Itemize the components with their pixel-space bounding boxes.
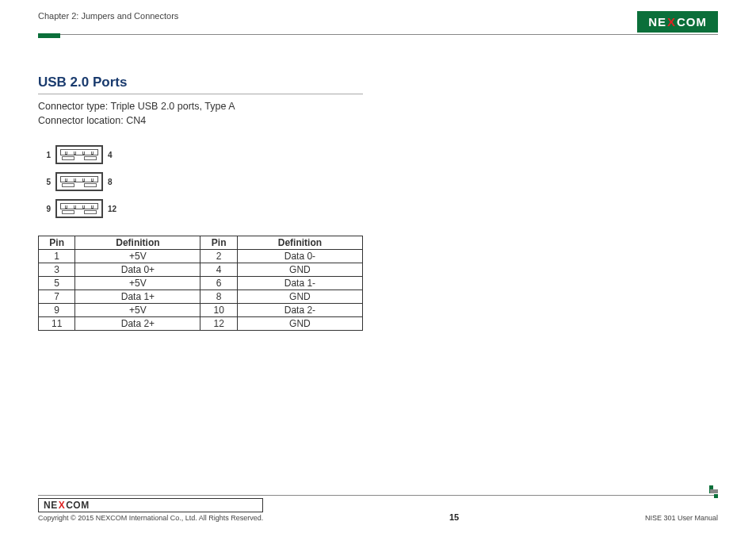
pin-label-5: 5 [38,178,51,186]
brand-logo-header: NE X COM [637,11,718,33]
usb-port-icon [55,145,103,164]
footer-mark-icon [714,494,718,498]
section-title: USB 2.0 Ports [38,75,363,94]
cell-def: GND [237,317,362,331]
cell-pin: 11 [39,317,75,331]
pin-label-8: 8 [108,178,120,186]
cell-pin: 4 [200,263,237,277]
pin-definition-table: Pin Definition Pin Definition 1 +5V 2 Da… [38,236,363,331]
th-definition: Definition [75,236,200,250]
cell-pin: 9 [39,304,75,317]
brand-logo-footer: NE X COM [38,498,263,512]
header-rule [38,34,718,35]
cell-pin: 5 [39,277,75,290]
cell-def: +5V [75,277,200,290]
usb-port-icon [55,199,103,218]
copyright-text: Copyright © 2015 NEXCOM International Co… [38,514,263,522]
chapter-label: Chapter 2: Jumpers and Connectors [38,11,178,24]
pin-label-12: 12 [108,205,120,213]
cell-pin: 3 [39,263,75,277]
brand-x-icon: X [58,500,67,511]
cell-pin: 6 [200,277,237,290]
page-number: 15 [449,512,459,522]
th-definition: Definition [237,236,362,250]
table-row: 1 +5V 2 Data 0- [39,250,363,263]
footer-rule [38,495,718,496]
cell-pin: 2 [200,250,237,263]
usb-port-icon [55,172,103,191]
cell-def: Data 1+ [75,290,200,304]
brand-post: COM [66,500,90,511]
connector-diagram: 1 4 5 8 9 12 [38,145,120,218]
cell-pin: 7 [39,290,75,304]
cell-pin: 12 [200,317,237,331]
cell-def: GND [237,263,362,277]
brand-pre: NE [44,500,58,511]
table-row: 9 +5V 10 Data 2- [39,304,363,317]
cell-def: Data 2+ [75,317,200,331]
cell-pin: 1 [39,250,75,263]
table-row: 3 Data 0+ 4 GND [39,263,363,277]
pin-label-4: 4 [108,151,120,159]
cell-def: GND [237,290,362,304]
brand-x-icon: X [666,15,677,29]
cell-def: Data 0+ [75,263,200,277]
connector-location-text: Connector location: CN4 [38,113,718,128]
table-row: 7 Data 1+ 8 GND [39,290,363,304]
connector-type-text: Connector type: Triple USB 2.0 ports, Ty… [38,99,718,113]
th-pin: Pin [39,236,75,250]
table-row: 5 +5V 6 Data 1- [39,277,363,290]
cell-def: Data 1- [237,277,362,290]
footer-mark-icon [710,489,718,493]
th-pin: Pin [200,236,237,250]
brand-pre: NE [648,15,666,29]
brand-post: COM [677,15,707,29]
table-row: 11 Data 2+ 12 GND [39,317,363,331]
document-title: NISE 301 User Manual [645,514,718,522]
pin-label-1: 1 [38,151,51,159]
cell-pin: 10 [200,304,237,317]
cell-def: Data 0- [237,250,362,263]
cell-def: +5V [75,250,200,263]
pin-label-9: 9 [38,205,51,213]
header-accent-bar [38,33,60,38]
cell-def: Data 2- [237,304,362,317]
cell-def: +5V [75,304,200,317]
cell-pin: 8 [200,290,237,304]
table-header-row: Pin Definition Pin Definition [39,236,363,250]
